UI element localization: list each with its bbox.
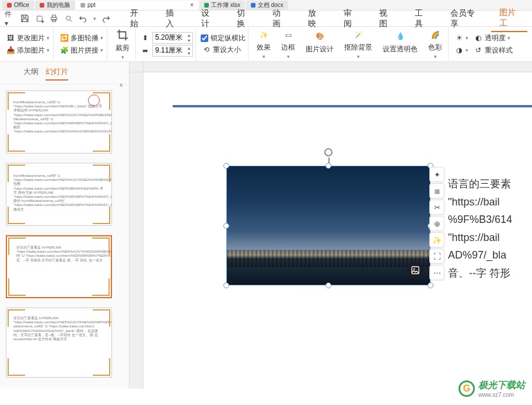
slide-thumbnail-3[interactable]: 语言的三要素是 HYPERLINK "https://baike.baidu.c…	[6, 235, 112, 298]
svg-point-5	[414, 268, 415, 270]
resize-handle-tm[interactable]	[326, 163, 331, 169]
set-transparent-button[interactable]: 💧设置透明色	[379, 28, 421, 61]
add-image-icon: 📥	[6, 46, 15, 55]
spin-down[interactable]: ▼	[186, 38, 192, 43]
slide-thumbnail-1[interactable]: fromMktdata/cinema_rol/结" U "https://bai…	[6, 90, 112, 153]
panel-scroll-up-icon[interactable]: ∧	[119, 82, 123, 88]
effect-button[interactable]: ✨效果▾	[253, 28, 274, 61]
remove-bg-button[interactable]: 🪄抠除背景▾	[341, 28, 376, 61]
watermark: G 极光下载站 www.xz7.com	[459, 379, 525, 398]
zoom-icon[interactable]: ⊕	[429, 216, 444, 231]
rotate-handle[interactable]	[324, 148, 332, 156]
svg-rect-1	[52, 15, 56, 18]
reset-size-button[interactable]: ⟲重设大小	[201, 44, 246, 55]
ribbon: 🖼更改图片▾ 📥添加图片▾ 🔁多图轮播▾ 🧩图片拼接▾ 裁剪▾ ⬍ ▲▼ ⬌ ▲…	[0, 27, 532, 62]
print-icon[interactable]	[50, 13, 58, 24]
workspace: 大纲 幻灯片 ∧ fromMktdata/cinema_rol/结" U "ht…	[0, 62, 532, 389]
design-icon: 🎨	[313, 29, 327, 43]
thumbnails-list[interactable]: fromMktdata/cinema_rol/结" U "https://bai…	[0, 85, 129, 389]
slide-editor: ✦ ≣ ✂ ⊕ ✨ ⛶ ⋯ 语言的三要素 "https://bail %9F%B…	[130, 62, 532, 389]
dropper-icon: 💧	[393, 29, 407, 43]
crop-button[interactable]: 裁剪▾	[112, 27, 133, 61]
resize-handle-tl[interactable]	[223, 163, 229, 169]
crop-icon	[116, 28, 130, 42]
crop-tool-icon[interactable]: ✂	[429, 200, 444, 215]
watermark-url: www.xz7.com	[478, 392, 525, 398]
contrast-icon: ◑	[454, 46, 464, 55]
image-options-icon[interactable]	[407, 261, 424, 279]
image-design-button[interactable]: 🎨图片设计	[302, 28, 337, 61]
watermark-text: 极光下载站	[478, 379, 525, 392]
save-as-icon[interactable]	[35, 13, 44, 24]
svg-point-3	[66, 16, 70, 20]
title-underline	[173, 105, 532, 107]
layers-icon[interactable]: ≣	[429, 183, 444, 198]
print-preview-icon[interactable]	[64, 13, 73, 24]
slide-canvas[interactable]: ✦ ≣ ✂ ⊕ ✨ ⛶ ⋯ 语言的三要素 "https://bail %9F%B…	[144, 72, 532, 389]
width-icon: ⬌	[141, 46, 150, 55]
image-icon: 🖼	[6, 33, 15, 43]
watermark-badge-icon: G	[459, 380, 475, 397]
reset-style-button[interactable]: ◑▾ ↺重设样式	[453, 45, 514, 56]
tab-mypc[interactable]: 我的电脑	[35, 1, 75, 10]
selected-image[interactable]	[226, 166, 430, 285]
stitch-icon: 🧩	[60, 46, 69, 55]
slides-tab[interactable]: 幻灯片	[46, 67, 68, 81]
border-icon: ▭	[281, 29, 295, 41]
ruler-corner	[130, 62, 144, 72]
effect-icon: ✨	[257, 29, 271, 41]
height-spinner[interactable]: ▲▼	[152, 45, 193, 57]
spin-up[interactable]: ▲	[186, 46, 192, 51]
resize-handle-br[interactable]	[428, 282, 433, 288]
resize-handle-bl[interactable]	[223, 282, 229, 288]
outline-tab[interactable]: 大纲	[23, 67, 38, 81]
magic-wand-icon: 🪄	[351, 29, 365, 41]
quick-access-toolbar: 件 ▾ ▾ 开始 插入 设计 切换 动画 放映 审阅 视图 工具 会员专享 图片…	[0, 11, 532, 27]
color-button[interactable]: 🌈色彩▾	[425, 28, 446, 61]
more-icon[interactable]: ⋯	[429, 265, 444, 280]
height-icon: ⬍	[141, 33, 150, 43]
slide-panel: 大纲 幻灯片 ∧ fromMktdata/cinema_rol/结" U "ht…	[0, 62, 130, 389]
add-image-button[interactable]: 📥添加图片▾	[5, 45, 51, 56]
change-image-button[interactable]: 🖼更改图片▾	[5, 33, 51, 44]
width-input[interactable]	[153, 34, 186, 42]
image-stitch-button[interactable]: 🧩图片拼接▾	[58, 45, 104, 56]
tab-office[interactable]: Office	[2, 1, 34, 10]
resize-handle-bm[interactable]	[326, 282, 331, 288]
brightness-button[interactable]: ☀▾ ◐透明度▾	[453, 33, 514, 44]
slide-thumbnail-4[interactable]: 语言的三要素是 HYPERLINK "https://baike.baidu.c…	[6, 308, 112, 378]
sparkle-icon[interactable]: ✨	[429, 232, 444, 247]
multi-carousel-button[interactable]: 🔁多图轮播▾	[58, 33, 104, 44]
lock-ratio-checkbox[interactable]: 锁定纵横比	[201, 33, 246, 43]
height-input[interactable]	[153, 47, 186, 55]
carousel-icon: 🔁	[60, 33, 69, 43]
redo-icon[interactable]	[102, 13, 111, 24]
border-button[interactable]: ▭边框▾	[278, 28, 299, 61]
ruler-horizontal	[144, 62, 532, 72]
reset-size-icon: ⟲	[202, 45, 211, 54]
spin-up[interactable]: ▲	[186, 33, 192, 38]
undo-icon[interactable]	[79, 13, 88, 24]
sun-icon: ☀	[454, 33, 464, 43]
reset-icon: ↺	[474, 46, 483, 55]
opacity-icon: ◐	[474, 33, 483, 43]
width-spinner[interactable]: ▲▼	[152, 32, 193, 44]
ruler-vertical	[130, 72, 144, 389]
floating-toolbar: ✦ ≣ ✂ ⊕ ✨ ⛶ ⋯	[429, 167, 444, 280]
expand-icon[interactable]: ⛶	[429, 249, 444, 264]
color-icon: 🌈	[428, 29, 442, 41]
image-body[interactable]	[226, 166, 430, 285]
autofit-icon[interactable]: ✦	[429, 167, 444, 182]
slide-body-text[interactable]: 语言的三要素 "https://bail %9F%B3/614 "https:/…	[448, 175, 532, 282]
resize-handle-ml[interactable]	[223, 223, 229, 229]
logo-icon	[88, 95, 100, 106]
slide-thumbnail-2[interactable]: fromMktdata/cinema_rol/结" U "https://bai…	[6, 163, 112, 226]
spin-down[interactable]: ▼	[186, 51, 192, 56]
save-icon[interactable]	[20, 13, 29, 24]
